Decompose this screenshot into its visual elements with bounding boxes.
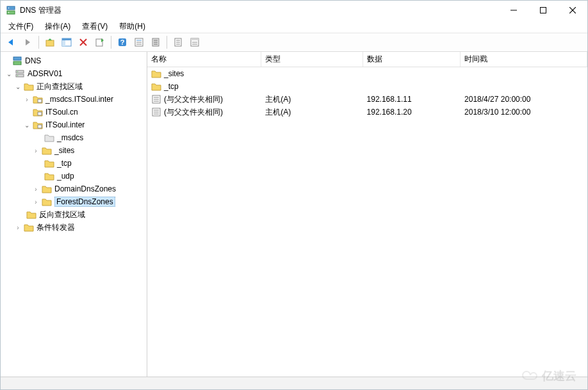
statusbar — [1, 377, 587, 389]
filter-button[interactable] — [148, 35, 163, 50]
up-button[interactable] — [42, 35, 58, 50]
tree-sub-domaindnszones[interactable]: ›DomainDnsZones — [2, 183, 147, 195]
toolbar-separator — [111, 36, 111, 49]
expand-icon[interactable]: › — [13, 223, 22, 232]
tree-label: _msdcs — [57, 133, 83, 142]
list-row[interactable]: (与父文件夹相同)主机(A)192.168.1.112018/4/27 20:0… — [147, 93, 587, 106]
folder-icon — [44, 158, 54, 168]
back-button[interactable] — [3, 35, 19, 50]
cell-name: (与父文件夹相同) — [147, 94, 261, 105]
tree-label: 反向查找区域 — [39, 209, 85, 220]
column-name[interactable]: 名称 — [147, 52, 261, 67]
folder-icon — [42, 145, 52, 156]
cell-name: _tcp — [147, 81, 261, 92]
folder-icon — [151, 81, 161, 92]
cell-data: 192.168.1.11 — [363, 95, 461, 104]
svg-point-2 — [8, 8, 10, 9]
cell-name-text: (与父文件夹相同) — [164, 94, 223, 105]
column-timestamp[interactable]: 时间戳 — [461, 52, 587, 67]
menu-action[interactable]: 操作(A) — [40, 20, 76, 33]
svg-rect-41 — [38, 125, 42, 128]
zone-icon — [33, 107, 43, 117]
tree-sub-udp[interactable]: ›_udp — [2, 170, 147, 183]
menu-file[interactable]: 文件(F) — [3, 20, 38, 33]
folder-icon — [26, 209, 37, 220]
tree-conditional-forwarders[interactable]: › 条件转发器 — [2, 221, 147, 234]
menubar: 文件(F) 操作(A) 查看(V) 帮助(H) — [1, 20, 587, 33]
list-body[interactable]: _sites_tcp(与父文件夹相同)主机(A)192.168.1.112018… — [147, 67, 587, 377]
svg-rect-11 — [62, 38, 71, 40]
forward-button[interactable] — [20, 35, 35, 50]
close-button[interactable] — [558, 1, 587, 20]
list-row[interactable]: _sites — [147, 67, 587, 80]
toolbar-separator — [38, 36, 39, 49]
minimize-button[interactable] — [499, 1, 528, 20]
tree-forward-zones[interactable]: ⌄ 正向查找区域 — [2, 80, 147, 93]
dns-manager-window: DNS 管理器 文件(F) 操作(A) 查看(V) 帮助(H) — [0, 0, 588, 390]
expand-icon[interactable]: › — [31, 184, 40, 193]
titlebar: DNS 管理器 — [1, 1, 587, 20]
expand-icon[interactable]: › — [31, 197, 40, 206]
svg-rect-34 — [13, 61, 21, 65]
menu-help[interactable]: 帮助(H) — [114, 20, 151, 33]
tree-zone-itsoul-cn[interactable]: › ITSoul.cn — [2, 106, 147, 118]
svg-rect-33 — [13, 57, 21, 60]
tree-label: ADSRV01 — [28, 69, 62, 78]
new-zone-button[interactable] — [187, 35, 202, 50]
svg-point-38 — [17, 75, 19, 76]
tree-reverse-zones[interactable]: › 反向查找区域 — [2, 208, 147, 221]
list-header: 名称 类型 数据 时间戳 — [147, 52, 587, 67]
toolbar: ? — [1, 33, 587, 52]
maximize-button[interactable] — [528, 1, 558, 20]
tree-sub-sites[interactable]: ›_sites — [2, 144, 147, 157]
cell-name-text: (与父文件夹相同) — [164, 107, 223, 118]
delete-button[interactable] — [76, 35, 91, 50]
tree-zone-msdcs[interactable]: › _msdcs.ITSoul.inter — [2, 93, 147, 106]
tree-zone-itsoul-inter[interactable]: ⌄ ITSoul.inter — [2, 118, 147, 131]
collapse-icon[interactable]: ⌄ — [13, 82, 22, 91]
tree-sub-msdcs[interactable]: ›_msdcs — [2, 131, 147, 144]
refresh-button[interactable] — [92, 35, 108, 50]
svg-rect-30 — [191, 38, 199, 40]
list-row[interactable]: (与父文件夹相同)主机(A)192.168.1.202018/3/10 12:0… — [147, 106, 587, 118]
collapse-icon[interactable]: ⌄ — [4, 69, 13, 78]
zone-icon — [33, 120, 43, 130]
tree-label: _msdcs.ITSoul.inter — [45, 95, 113, 104]
tree-label: DomainDnsZones — [54, 184, 116, 193]
folder-icon — [44, 171, 54, 181]
tree-label: ITSoul.inter — [45, 120, 85, 129]
svg-text:?: ? — [120, 38, 125, 46]
client-area: ▶ DNS ⌄ — [1, 52, 587, 377]
tree-root-dns[interactable]: ▶ DNS — [2, 54, 147, 67]
svg-rect-40 — [38, 112, 42, 115]
column-data[interactable]: 数据 — [363, 52, 461, 67]
cell-type: 主机(A) — [261, 94, 363, 105]
new-record-button[interactable] — [170, 35, 186, 50]
folder-icon — [42, 184, 52, 194]
tree-server[interactable]: ⌄ ADSRV01 — [2, 67, 147, 80]
tree-label: ForestDnsZones — [54, 197, 115, 207]
svg-point-37 — [17, 71, 19, 72]
tree-label: _udp — [57, 172, 74, 181]
collapse-icon[interactable]: ⌄ — [22, 120, 31, 129]
help-button[interactable]: ? — [115, 35, 130, 50]
show-hide-tree-button[interactable] — [59, 35, 74, 50]
column-type[interactable]: 类型 — [261, 52, 363, 67]
properties-button[interactable] — [131, 35, 147, 50]
menu-view[interactable]: 查看(V) — [77, 20, 113, 33]
list-pane: 名称 类型 数据 时间戳 _sites_tcp(与父文件夹相同)主机(A)192… — [147, 52, 587, 377]
svg-line-6 — [569, 7, 576, 13]
svg-rect-5 — [541, 8, 546, 13]
tree-sub-forestdnszones[interactable]: ›ForestDnsZones — [2, 195, 147, 208]
svg-point-3 — [8, 12, 10, 13]
svg-rect-39 — [38, 99, 42, 102]
tree-sub-tcp[interactable]: ›_tcp — [2, 157, 147, 170]
cell-name-text: _sites — [164, 69, 184, 78]
zone-icon — [33, 94, 43, 104]
list-row[interactable]: _tcp — [147, 80, 587, 93]
folder-gray-icon — [44, 133, 54, 143]
expand-icon[interactable]: › — [31, 146, 40, 155]
svg-rect-8 — [46, 40, 54, 46]
expand-icon[interactable]: › — [22, 95, 31, 104]
tree-pane[interactable]: ▶ DNS ⌄ — [1, 52, 147, 377]
